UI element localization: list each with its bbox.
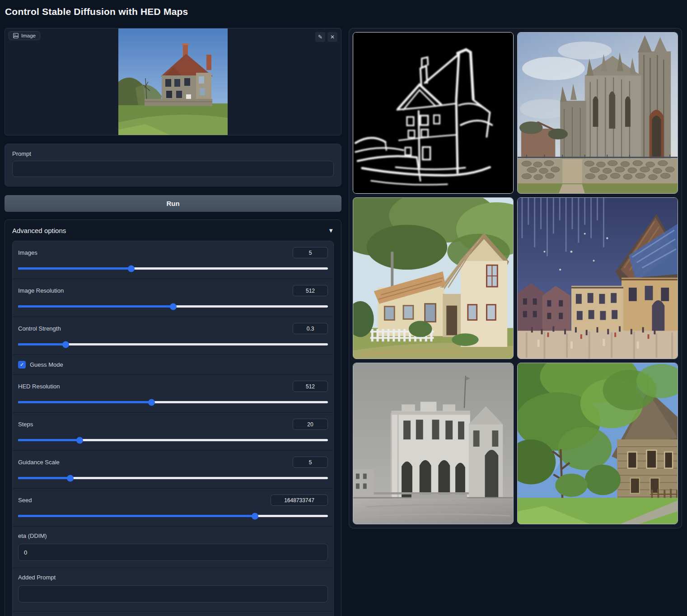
image-resolution-value-input[interactable]: 512 (293, 285, 328, 296)
control-strength-slider-row: Control Strength 0.3 (13, 317, 333, 355)
hed-resolution-value-input[interactable]: 512 (293, 381, 328, 392)
slider-thumb[interactable] (148, 399, 155, 406)
images-slider-row: Images 5 (13, 241, 333, 279)
page-title: Control Stable Diffusion with HED Maps (5, 6, 188, 17)
eta-label: eta (DDIM) (18, 532, 328, 539)
added-prompt-row: Added Prompt (13, 568, 333, 611)
seed-slider-row: Seed 1648733747 (13, 489, 333, 527)
image-resolution-label: Image Resolution (18, 287, 64, 294)
guess-mode-label: Guess Mode (30, 361, 63, 368)
steps-slider[interactable] (18, 437, 328, 443)
stone-house-image (518, 363, 678, 524)
negative-prompt-row: Negative Prompt (13, 611, 333, 616)
slider-thumb[interactable] (76, 437, 83, 443)
gallery-item-grayscale-building[interactable] (353, 363, 514, 524)
added-prompt-input[interactable] (18, 585, 328, 602)
seed-label: Seed (18, 497, 32, 504)
prompt-panel: Prompt (5, 144, 341, 187)
prompt-label: Prompt (12, 150, 334, 157)
steps-label: Steps (18, 421, 33, 428)
gallery-item-impressionist[interactable] (517, 197, 678, 359)
results-gallery (349, 28, 682, 528)
prompt-input[interactable] (12, 161, 334, 177)
chevron-down-icon: ▼ (328, 227, 334, 234)
controls-column: Image ✎ ✕ (5, 28, 341, 616)
check-icon: ✓ (20, 362, 24, 368)
control-strength-value-input[interactable]: 0.3 (293, 323, 328, 334)
cathedral-image (518, 33, 678, 193)
slider-thumb[interactable] (62, 341, 69, 348)
hed-resolution-slider-row: HED Resolution 512 (13, 375, 333, 413)
control-strength-label: Control Strength (18, 325, 61, 332)
guidance-scale-slider[interactable] (18, 475, 328, 481)
images-value-input[interactable]: 5 (293, 247, 328, 258)
input-image-dropzone[interactable]: Image ✎ ✕ (5, 28, 341, 135)
steps-slider-row: Steps 20 (13, 413, 333, 451)
gallery-item-cream-house[interactable] (353, 197, 514, 359)
image-resolution-slider-row: Image Resolution 512 (13, 279, 333, 317)
image-component-label: Image (9, 31, 40, 40)
hed-edge-map-image (353, 33, 513, 193)
hed-resolution-label: HED Resolution (18, 383, 60, 390)
advanced-options-accordion: Advanced options ▼ Images 5 Image Resolu… (5, 219, 341, 616)
seed-slider[interactable] (18, 513, 328, 519)
edit-image-button[interactable]: ✎ (315, 32, 325, 42)
uploaded-house-photo[interactable] (118, 28, 228, 135)
image-icon (13, 33, 19, 38)
advanced-options-title: Advanced options (12, 227, 66, 234)
house-photo-image (118, 28, 228, 135)
control-strength-slider[interactable] (18, 341, 328, 348)
gallery-item-stone-house[interactable] (517, 363, 678, 524)
seed-value-input[interactable]: 1648733747 (271, 495, 328, 506)
guidance-scale-label: Guidance Scale (18, 459, 60, 466)
hed-resolution-slider[interactable] (18, 399, 328, 406)
slider-thumb[interactable] (128, 265, 135, 272)
advanced-options-header[interactable]: Advanced options ▼ (5, 220, 341, 241)
eta-input[interactable] (18, 544, 328, 561)
added-prompt-label: Added Prompt (18, 574, 328, 581)
pencil-icon: ✎ (318, 34, 322, 40)
gallery-item-cathedral[interactable] (517, 32, 678, 194)
advanced-options-group: Images 5 Image Resolution 512 Contro (12, 241, 334, 616)
cream-house-image (353, 198, 513, 359)
run-button[interactable]: Run (5, 195, 341, 212)
image-resolution-slider[interactable] (18, 303, 328, 310)
guess-mode-checkbox[interactable]: ✓ (18, 361, 26, 369)
images-slider[interactable] (18, 265, 328, 272)
slider-thumb[interactable] (252, 513, 258, 519)
slider-thumb[interactable] (67, 475, 74, 481)
close-icon: ✕ (330, 34, 335, 40)
images-label: Images (18, 249, 37, 256)
steps-value-input[interactable]: 20 (293, 419, 328, 430)
guess-mode-row: ✓ Guess Mode (13, 355, 333, 375)
grayscale-building-image (353, 363, 513, 524)
clear-image-button[interactable]: ✕ (327, 32, 337, 42)
gallery-item-hed-map[interactable] (353, 32, 514, 194)
impressionist-image (518, 198, 678, 359)
guidance-scale-value-input[interactable]: 5 (293, 457, 328, 468)
slider-thumb[interactable] (170, 303, 177, 310)
eta-row: eta (DDIM) (13, 527, 333, 568)
guidance-scale-slider-row: Guidance Scale 5 (13, 451, 333, 489)
